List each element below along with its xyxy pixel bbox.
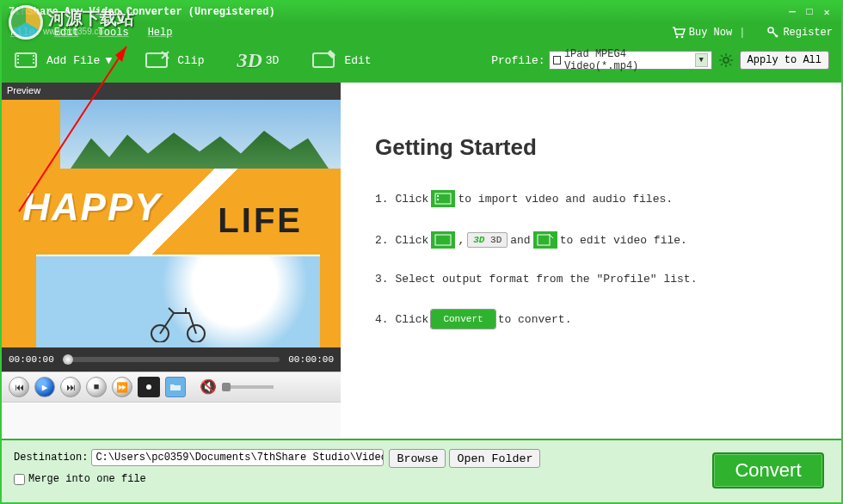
prev-button[interactable]: ⏮ — [9, 377, 29, 397]
clip-button[interactable]: Clip — [145, 50, 204, 71]
svg-rect-23 — [538, 235, 550, 245]
svg-rect-21 — [437, 199, 439, 200]
maximize-button[interactable]: □ — [802, 5, 817, 19]
svg-point-0 — [675, 36, 678, 39]
stop-button[interactable]: ■ — [86, 377, 107, 397]
toolbar: Add File ▼ Clip 3D 3D Edit Profile: iPad… — [2, 43, 841, 83]
next-button[interactable]: ⏭ — [60, 377, 81, 397]
buy-now-label: Buy Now — [689, 27, 732, 39]
volume-slider[interactable] — [222, 385, 274, 389]
preview-canvas: HAPPY LIFE — [2, 100, 341, 347]
3d-icon: 3D — [237, 49, 262, 72]
3d-button[interactable]: 3D 3D — [237, 49, 279, 72]
snapshot-button[interactable] — [138, 377, 160, 397]
player-controls: ⏮ ▶ ⏭ ■ ⏩ 🔇 — [2, 372, 341, 403]
merge-checkbox[interactable]: Merge into one file — [14, 473, 146, 485]
profile-thumb-icon — [553, 56, 561, 65]
play-button[interactable]: ▶ — [34, 377, 55, 397]
preview-panel: Preview HAPPY LIFE 00:00:00 00:00:00 ⏮ ▶… — [2, 83, 341, 439]
add-file-button[interactable]: Add File ▼ — [14, 50, 112, 71]
svg-point-18 — [146, 384, 151, 390]
edit-mini-icon — [533, 231, 557, 249]
edit-label: Edit — [344, 54, 371, 67]
watermark-url: www.pc0359.cn — [43, 27, 134, 36]
convert-mini-button: Convert — [431, 310, 495, 329]
browse-button[interactable]: Browse — [389, 449, 446, 468]
svg-rect-8 — [33, 58, 34, 60]
destination-label: Destination: — [14, 452, 88, 464]
register-label: Register — [783, 27, 833, 39]
chevron-down-icon: ▼ — [105, 54, 112, 67]
bottom-bar: Destination: C:\Users\pc0359\Documents\7… — [2, 439, 841, 502]
cart-icon — [672, 27, 686, 39]
menu-help[interactable]: Help — [148, 27, 173, 39]
chevron-down-icon: ▼ — [695, 53, 708, 67]
profile-select[interactable]: iPad MPEG4 Video(*.mp4) ▼ — [549, 51, 712, 70]
mute-button[interactable]: 🔇 — [200, 378, 217, 396]
apply-to-all-button[interactable]: Apply to All — [740, 51, 829, 70]
seek-slider[interactable] — [63, 357, 280, 362]
register-link[interactable]: Register — [767, 27, 833, 39]
svg-point-1 — [680, 36, 683, 39]
profile-label: Profile: — [491, 54, 545, 67]
timeline[interactable]: 00:00:00 00:00:00 — [2, 347, 341, 372]
preview-header: Preview — [2, 83, 341, 100]
close-button[interactable]: ✕ — [819, 5, 834, 19]
watermark: 河源下载站 www.pc0359.cn — [9, 5, 134, 40]
3d-label: 3D — [266, 54, 280, 67]
merge-label: Merge into one file — [28, 473, 146, 485]
profile-value: iPad MPEG4 Video(*.mp4) — [564, 48, 695, 72]
preview-text-life: LIFE — [218, 201, 303, 240]
step-4: 4. Click Convert to convert. — [375, 310, 833, 329]
minimize-button[interactable]: — — [785, 5, 800, 19]
snapshot-folder-button[interactable] — [165, 377, 186, 397]
svg-rect-6 — [17, 62, 19, 64]
clip-label: Clip — [177, 54, 204, 67]
convert-button[interactable]: Convert — [712, 452, 824, 489]
step-3: 3. Select output format from the "Profil… — [375, 273, 833, 286]
preview-text-happy: HAPPY — [22, 186, 162, 229]
watermark-logo — [9, 5, 43, 40]
film-icon — [431, 190, 455, 207]
time-total: 00:00:00 — [288, 354, 334, 365]
edit-icon — [311, 50, 339, 71]
getting-started-panel: Getting Started 1. Click to import video… — [341, 83, 841, 439]
svg-point-12 — [723, 58, 729, 63]
bicycle-icon — [148, 304, 208, 342]
svg-rect-5 — [17, 58, 19, 60]
merge-checkbox-input[interactable] — [14, 474, 25, 485]
svg-rect-7 — [33, 55, 34, 57]
buy-now-link[interactable]: Buy Now — [672, 27, 732, 39]
svg-rect-9 — [33, 62, 34, 64]
svg-rect-20 — [437, 195, 439, 197]
key-icon — [767, 27, 779, 39]
step-fwd-button[interactable]: ⏩ — [112, 377, 132, 397]
3d-mini-button: 3D 3D — [467, 232, 508, 248]
svg-rect-4 — [17, 55, 19, 57]
watermark-text: 河源下载站 — [48, 9, 134, 27]
add-file-label: Add File — [46, 54, 100, 67]
film-add-icon — [14, 50, 41, 71]
step-1: 1. Click to import video and audio files… — [375, 190, 833, 207]
svg-rect-22 — [435, 235, 451, 245]
destination-input[interactable]: C:\Users\pc0359\Documents\7thShare Studi… — [91, 449, 384, 466]
step-2: 2. Click , 3D 3D and to edit video file. — [375, 231, 833, 249]
gear-icon — [719, 53, 733, 67]
time-current: 00:00:00 — [9, 354, 54, 365]
open-folder-button[interactable]: Open Folder — [449, 449, 540, 468]
edit-button[interactable]: Edit — [311, 50, 371, 71]
clip-icon — [145, 50, 172, 71]
getting-started-heading: Getting Started — [375, 134, 833, 161]
settings-button[interactable] — [717, 52, 735, 69]
clip-mini-icon — [431, 231, 455, 249]
